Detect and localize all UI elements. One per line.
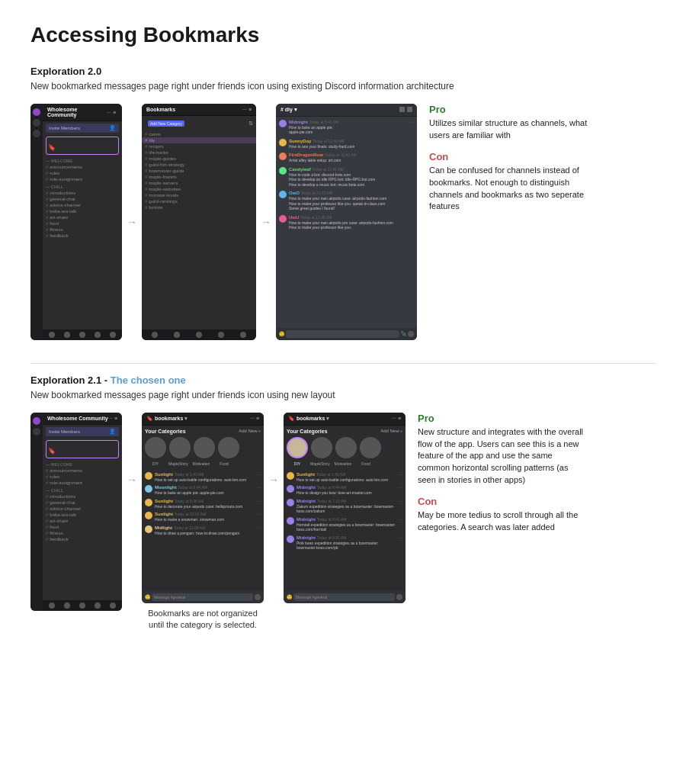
ds-channel-art[interactable]: # art-share (43, 518, 122, 524)
msg-more-icon[interactable]: ··· (399, 517, 402, 522)
bk-cat-maple-guides[interactable]: # maple-guides (142, 156, 256, 162)
bubble-motivation-2[interactable] (335, 437, 357, 458)
msg-more-icon[interactable]: ··· (410, 120, 414, 124)
bubble-maplestory-2[interactable] (311, 437, 332, 458)
bubble-diy[interactable] (145, 437, 166, 458)
bottom-icon-2[interactable] (174, 332, 180, 338)
emoji-icon[interactable]: 🙂 (145, 594, 150, 599)
bubble-motivation[interactable] (194, 437, 215, 458)
bk-cat-monster[interactable]: # monster-levels (142, 192, 256, 198)
ds-channel-boba[interactable]: # boba-tea-talk (43, 512, 122, 518)
msg-more-icon[interactable]: ··· (257, 485, 261, 490)
ellipsis-icon[interactable]: ··· (107, 110, 111, 114)
bottom-icon-4[interactable] (218, 332, 224, 338)
bk2-ellipsis-icon[interactable]: ··· (392, 416, 396, 421)
bottom-icon-5[interactable] (240, 332, 246, 338)
send-icon[interactable] (255, 594, 261, 600)
bottom-icon-2[interactable] (64, 602, 70, 609)
ds-channel-advice[interactable]: # advice-channel (43, 202, 122, 208)
bottom-icon-4[interactable] (95, 602, 101, 609)
bk2-ellipsis-icon[interactable]: ··· (250, 416, 255, 421)
msg-more-icon[interactable]: ··· (257, 472, 261, 477)
bk-cat-maple-servers[interactable]: # maple-servers (142, 180, 256, 186)
bottom-icon-5[interactable] (110, 332, 116, 338)
ds-channel-advice[interactable]: # advice-channel (43, 506, 122, 512)
send-icon[interactable] (408, 331, 414, 337)
msg-input[interactable] (286, 330, 399, 338)
bookmark-icon-highlighted[interactable]: 🔖 (46, 137, 119, 155)
bk2-add-new-button-2[interactable]: Add New + (380, 429, 402, 433)
bottom-icon-3[interactable] (79, 332, 85, 338)
bk-cat-maple-websites[interactable]: # maple-websites (142, 186, 256, 192)
ds-invite-members[interactable]: Invite Members 👤 (46, 124, 119, 133)
msg-input[interactable]: Message #general (152, 593, 253, 601)
ds-channel-fitness[interactable]: # fitness (43, 530, 122, 536)
bk-cat-guild-rankings[interactable]: # guild-rankings (142, 198, 256, 204)
ds-channel-food[interactable]: # food (43, 220, 122, 227)
search-icon[interactable] (399, 107, 405, 112)
ds-channel-art[interactable]: # art-share (43, 214, 122, 220)
bk-ellipsis-icon[interactable]: ··· (242, 107, 247, 112)
msg-input[interactable]: Message #general (293, 593, 395, 601)
bottom-icon-1[interactable] (49, 332, 55, 338)
msg-more-icon[interactable]: ··· (257, 512, 261, 516)
attachment-icon[interactable]: 📎 (401, 331, 406, 336)
bk-cat-cakes[interactable]: # cakes (142, 131, 256, 137)
emoji-icon[interactable]: 🙂 (279, 331, 284, 336)
msg-more-icon[interactable]: ··· (399, 535, 402, 540)
bk-cat-guild[interactable]: # guild-fort-strategy (142, 162, 256, 168)
bubble-food-2[interactable] (360, 437, 381, 458)
msg-more-icon[interactable]: ··· (257, 499, 261, 503)
msg-more-icon[interactable]: ··· (399, 485, 402, 490)
channel-name: announcements (50, 468, 82, 473)
ds-channel-boba[interactable]: # boba-tea-talk (43, 208, 122, 214)
bottom-icon-5[interactable] (110, 602, 116, 609)
ds-channel-rules[interactable]: # rules (43, 474, 122, 480)
ds-channel-role[interactable]: # role-assignment (43, 176, 122, 182)
bk-sort-icon[interactable]: ⇅ (248, 120, 253, 127)
menu-icon[interactable]: ≡ (114, 416, 117, 421)
ds-channel-general[interactable]: # general-chat (43, 196, 122, 202)
bottom-icon-3[interactable] (79, 602, 85, 609)
ellipsis-icon[interactable]: ··· (108, 416, 113, 421)
bk-cat-diy[interactable]: # diy (142, 137, 256, 143)
msg-more-icon[interactable]: ··· (257, 525, 261, 530)
ds-channel-intro[interactable]: # introductions (43, 190, 122, 196)
bk-cat-recipes[interactable]: # recipes (142, 143, 256, 149)
bk-menu-icon[interactable]: ≡ (248, 107, 252, 112)
send-icon[interactable] (396, 594, 402, 600)
ds-channel-food[interactable]: # food (43, 524, 122, 530)
msg-more-icon[interactable]: ··· (399, 499, 402, 503)
emoji-icon[interactable]: 🙂 (287, 594, 292, 599)
ds-channel-intro[interactable]: # introductions (43, 493, 122, 500)
bottom-icon-1[interactable] (152, 332, 158, 338)
menu-icon[interactable]: ≡ (113, 110, 117, 114)
ds-channel-announcements[interactable]: # announcements (43, 164, 122, 170)
bk-add-cat-button[interactable]: Add New Category (148, 120, 184, 127)
bk2-add-new-button[interactable]: Add New + (239, 429, 261, 433)
bubble-diy-active[interactable] (287, 437, 308, 458)
ds-invite-members[interactable]: Invite Members 👤 (46, 427, 119, 436)
members-icon[interactable] (407, 107, 412, 112)
bk2-menu-icon[interactable]: ≡ (398, 416, 401, 421)
ds-channel-announcements[interactable]: # announcements (43, 468, 122, 474)
ds-channel-general[interactable]: # general-chat (43, 500, 122, 506)
bookmark-icon-highlighted[interactable]: 🔖 (46, 440, 119, 458)
bubble-maplestory[interactable] (169, 437, 191, 458)
bottom-icon-2[interactable] (64, 332, 70, 338)
bk-cat-fortnite[interactable]: # fortnite (142, 204, 256, 210)
bottom-icon-3[interactable] (196, 332, 202, 338)
bk-cat-maple-friends[interactable]: # maple-friends (142, 174, 256, 180)
bottom-icon-4[interactable] (95, 332, 101, 338)
ds-channel-rules[interactable]: # rules (43, 170, 122, 176)
ds-channel-feedback[interactable]: # feedback (43, 233, 122, 239)
bk-cat-lifehacks[interactable]: # life-hacks (142, 149, 256, 156)
msg-more-icon[interactable]: ··· (399, 472, 402, 477)
ds-channel-feedback[interactable]: # feedback (43, 536, 122, 542)
ds-channel-fitness[interactable]: # fitness (43, 227, 122, 233)
bottom-icon-1[interactable] (49, 602, 55, 609)
ds-channel-role[interactable]: # role-assignment (43, 480, 122, 486)
bk-cat-bowmaster[interactable]: # bowmaster-guide (142, 168, 256, 174)
bubble-food[interactable] (218, 437, 239, 458)
bk2-menu-icon[interactable]: ≡ (256, 416, 259, 421)
